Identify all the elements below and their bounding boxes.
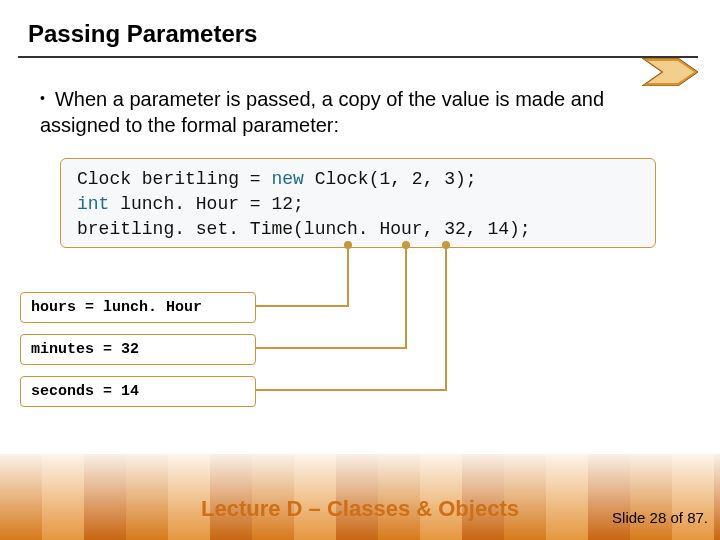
code-block: Clock beritling = new Clock(1, 2, 3); in… bbox=[60, 158, 656, 248]
title-rule bbox=[18, 56, 698, 58]
code-line-3: breitling. set. Time(lunch. Hour, 32, 14… bbox=[77, 217, 639, 242]
code-line-2: int lunch. Hour = 12; bbox=[77, 192, 639, 217]
code-line-1: Clock beritling = new Clock(1, 2, 3); bbox=[77, 167, 639, 192]
arrow-accent-icon bbox=[642, 58, 698, 86]
slide-title: Passing Parameters bbox=[28, 20, 257, 48]
bullet-dot-icon: • bbox=[40, 90, 45, 106]
label-minutes: minutes = 32 bbox=[20, 334, 256, 365]
slide-number: Slide 28 of 87. bbox=[612, 509, 708, 526]
bullet-text: •When a parameter is passed, a copy of t… bbox=[40, 86, 680, 138]
label-seconds: seconds = 14 bbox=[20, 376, 256, 407]
label-hours: hours = lunch. Hour bbox=[20, 292, 256, 323]
bullet-content: When a parameter is passed, a copy of th… bbox=[40, 88, 604, 136]
footer-bar: Lecture D – Classes & Objects Slide 28 o… bbox=[0, 454, 720, 540]
